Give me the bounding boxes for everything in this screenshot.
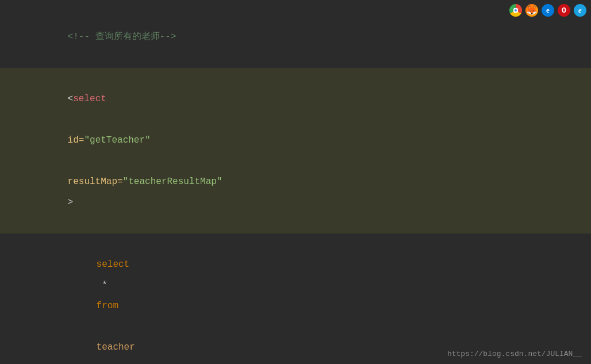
- line-1: <!-- 查询所有的老师-->: [0, 6, 591, 68]
- line-2: <select id="getTeacher" resultMap="teach…: [0, 68, 591, 233]
- chrome-icon[interactable]: [509, 4, 522, 17]
- opera-icon[interactable]: O: [558, 4, 570, 17]
- edge-icon[interactable]: e: [542, 4, 554, 17]
- url-bar: https://blog.csdn.net/JULIAN__: [447, 350, 582, 358]
- comment-text: <!-- 查询所有的老师-->: [68, 32, 176, 42]
- ie-icon[interactable]: e: [574, 4, 586, 17]
- firefox-icon[interactable]: 🦊: [525, 4, 538, 17]
- top-bar: 🦊 e O e: [509, 0, 591, 21]
- code-area: <!-- 查询所有的老师--> <select id="getTeacher" …: [0, 0, 591, 364]
- line-3: select * from teacher as t: [0, 233, 591, 364]
